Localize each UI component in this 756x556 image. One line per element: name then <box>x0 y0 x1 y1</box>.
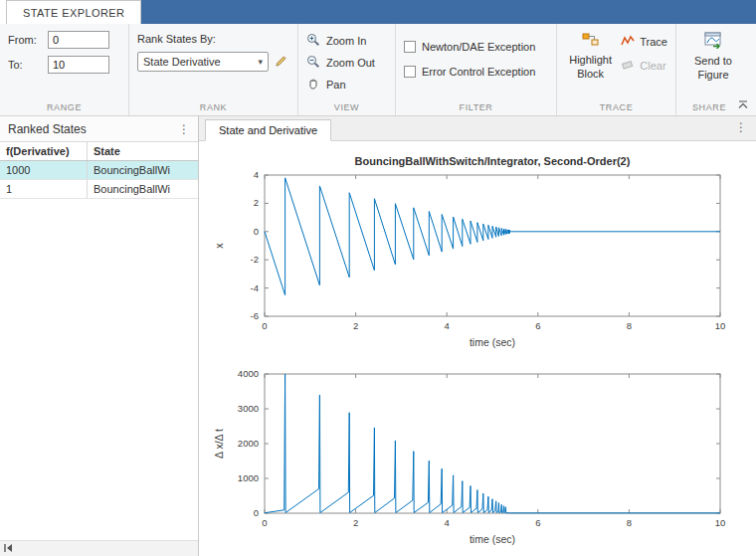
column-header-state[interactable]: State <box>88 142 198 160</box>
svg-text:6: 6 <box>535 517 540 528</box>
section-range: From: To: RANGE <box>0 24 129 115</box>
section-trace: Highlight Block Trace <box>557 24 676 115</box>
from-label: From: <box>8 34 44 46</box>
cell-state: BouncingBallWi <box>88 180 198 198</box>
view-caption: VIEW <box>306 100 387 113</box>
cell-derivative: 1000 <box>0 161 88 179</box>
pan-label: Pan <box>326 79 346 91</box>
svg-text:0: 0 <box>254 507 259 518</box>
svg-text:2: 2 <box>353 320 358 331</box>
ranked-states-bottom-bar <box>0 540 198 556</box>
ranked-states-menu-icon[interactable]: ⋮ <box>178 122 190 136</box>
chart-panel-menu-icon[interactable]: ⋮ <box>735 120 747 134</box>
svg-text:-6: -6 <box>251 310 259 321</box>
edit-rank-icon[interactable] <box>275 55 287 70</box>
rank-states-by-label: Rank States By: <box>137 33 289 45</box>
send-to-figure-button[interactable]: Send to Figure <box>684 31 742 83</box>
svg-text:4: 4 <box>254 169 259 180</box>
main-area: Ranked States ⋮ f(Derivative) State 1000… <box>0 116 756 556</box>
newton-dae-checkbox-row[interactable]: Newton/DAE Exception <box>404 38 548 56</box>
clear-label: Clear <box>640 60 665 72</box>
error-control-checkbox[interactable] <box>404 66 416 78</box>
svg-text:4000: 4000 <box>238 368 259 379</box>
zoom-out-button[interactable]: Zoom Out <box>306 53 387 72</box>
svg-text:8: 8 <box>627 320 632 331</box>
collapse-panel-icon[interactable] <box>3 543 13 555</box>
highlight-block-label: Highlight Block <box>565 53 616 82</box>
state-and-derivative-panel: State and Derivative ⋮ 0246810-6-4-2024B… <box>199 116 756 556</box>
trace-icon <box>621 35 635 49</box>
newton-dae-checkbox[interactable] <box>404 41 416 53</box>
table-row[interactable]: 1000 BouncingBallWi <box>0 161 198 180</box>
svg-text:6: 6 <box>535 320 540 331</box>
titlebar: STATE EXPLORER <box>0 0 756 24</box>
titlebar-fill <box>141 0 756 24</box>
svg-text:10: 10 <box>715 517 726 528</box>
filter-caption: FILTER <box>404 100 548 113</box>
x-axis-label: time (sec) <box>470 336 515 348</box>
zoom-in-icon <box>306 33 320 49</box>
highlight-block-icon <box>582 32 600 50</box>
y-axis-label: Δ x/Δ t <box>213 429 225 459</box>
clear-eraser-icon <box>621 59 635 73</box>
tab-state-explorer[interactable]: STATE EXPLORER <box>6 0 141 24</box>
cell-derivative: 1 <box>0 180 88 198</box>
svg-text:-4: -4 <box>251 282 259 293</box>
tab-state-and-derivative[interactable]: State and Derivative <box>205 119 331 141</box>
error-control-checkbox-row[interactable]: Error Control Exception <box>404 63 548 81</box>
state-explorer-app: STATE EXPLORER From: To: RANGE Rank Stat… <box>0 0 756 556</box>
send-to-figure-icon <box>703 32 723 51</box>
rank-states-selected: State Derivative <box>143 56 221 68</box>
chevron-down-icon: ▾ <box>258 57 263 67</box>
ranked-states-empty-area <box>0 199 198 540</box>
to-input[interactable] <box>48 56 109 74</box>
range-caption: RANGE <box>8 100 120 113</box>
zoom-out-label: Zoom Out <box>326 57 375 69</box>
svg-text:3000: 3000 <box>238 403 259 414</box>
share-caption: SHARE <box>684 100 734 113</box>
state-chart[interactable]: 0246810-6-4-2024BouncingBallWithSwitch/I… <box>207 145 740 356</box>
chart-tabbar: State and Derivative ⋮ <box>199 116 756 141</box>
ribbon-toolstrip: From: To: RANGE Rank States By: State De… <box>0 24 756 116</box>
x-axis-label: time (sec) <box>470 533 515 545</box>
collapse-toolstrip-icon <box>737 99 749 109</box>
column-header-derivative[interactable]: f(Derivative) <box>0 142 88 160</box>
zoom-out-icon <box>306 55 320 71</box>
from-input[interactable] <box>48 31 109 49</box>
y-axis-label: x <box>213 243 225 249</box>
section-filter: Newton/DAE Exception Error Control Excep… <box>396 24 557 115</box>
svg-text:0: 0 <box>262 517 267 528</box>
cell-state: BouncingBallWi <box>88 161 198 179</box>
highlight-block-button[interactable]: Highlight Block <box>565 31 616 82</box>
svg-text:2000: 2000 <box>238 438 259 449</box>
ranked-states-table-header: f(Derivative) State <box>0 142 198 161</box>
ranked-states-panel: Ranked States ⋮ f(Derivative) State 1000… <box>0 116 199 556</box>
svg-text:0: 0 <box>262 320 267 331</box>
section-share: Send to Figure SHARE <box>676 24 742 115</box>
collapse-toolstrip-button[interactable] <box>735 97 751 111</box>
table-row[interactable]: 1 BouncingBallWi <box>0 180 198 199</box>
send-to-figure-label: Send to Figure <box>684 54 742 83</box>
clear-button[interactable]: Clear <box>621 59 667 73</box>
svg-text:8: 8 <box>627 517 632 528</box>
svg-text:2: 2 <box>254 197 259 208</box>
trace-button[interactable]: Trace <box>621 35 667 49</box>
rank-states-dropdown[interactable]: State Derivative ▾ <box>137 52 269 72</box>
section-rank: Rank States By: State Derivative ▾ RANK <box>129 24 298 115</box>
trace-label: Trace <box>640 36 667 48</box>
ranked-states-title: Ranked States <box>8 122 87 136</box>
axes-box <box>265 175 720 316</box>
axes-box <box>265 374 720 513</box>
svg-text:4: 4 <box>445 517 450 528</box>
trace-caption: TRACE <box>565 100 667 113</box>
pan-hand-icon <box>306 77 320 93</box>
pan-button[interactable]: Pan <box>306 75 387 93</box>
rank-caption: RANK <box>137 100 289 113</box>
section-view: Zoom In Zoom Out Pan <box>298 24 396 115</box>
svg-text:10: 10 <box>715 320 726 331</box>
svg-text:2: 2 <box>353 517 358 528</box>
derivative-chart[interactable]: 024681001000200030004000time (sec)Δ x/Δ … <box>207 362 740 553</box>
chart-title: BouncingBallWithSwitch/Integrator, Secon… <box>355 155 631 167</box>
to-label: To: <box>8 59 44 71</box>
zoom-in-button[interactable]: Zoom In <box>306 31 387 50</box>
